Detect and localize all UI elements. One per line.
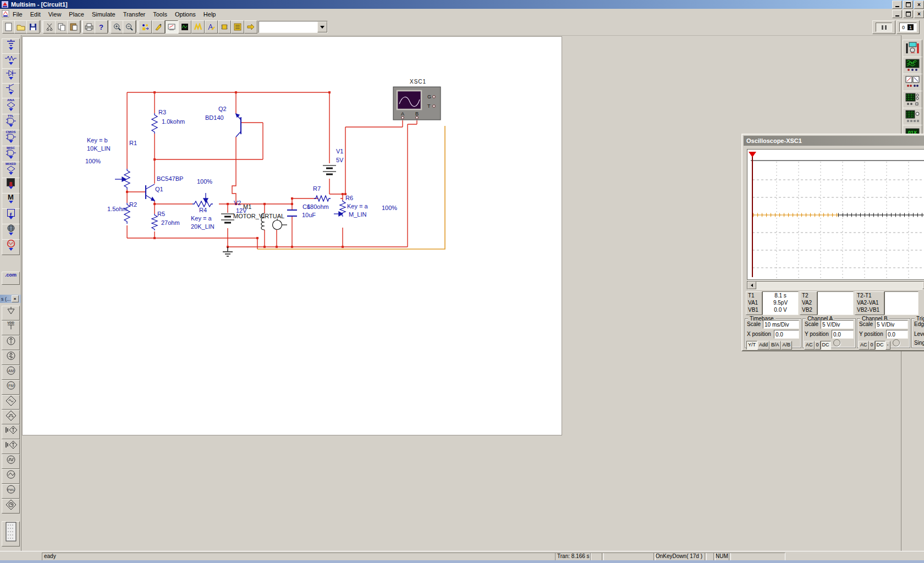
- analysis-button[interactable]: [191, 20, 205, 34]
- pause-button[interactable]: [872, 20, 895, 34]
- child-restore-button[interactable]: [903, 10, 913, 18]
- analog-group-button[interactable]: ANA: [2, 98, 20, 114]
- restore-button[interactable]: [903, 1, 913, 9]
- channel-a-0-button[interactable]: 0: [815, 341, 821, 350]
- transistor-Q2[interactable]: [236, 114, 241, 137]
- cut-button[interactable]: [43, 20, 56, 34]
- step-voltage-source-button[interactable]: [2, 410, 20, 424]
- help-button[interactable]: ?: [95, 20, 108, 34]
- channel-a-ac-button[interactable]: AC: [804, 341, 815, 350]
- transistors-group-button[interactable]: [2, 83, 20, 98]
- function-generator-instrument-button[interactable]: [903, 57, 922, 74]
- channel-a-ypos-field[interactable]: [832, 330, 854, 339]
- channel-a-dc-button[interactable]: DC: [821, 341, 831, 350]
- electromechanical-group-button[interactable]: [2, 239, 20, 255]
- channel-b-0-button[interactable]: 0: [869, 341, 875, 350]
- sources-group-button[interactable]: [2, 38, 20, 54]
- run-switch-button[interactable]: 0 1: [897, 20, 920, 34]
- edaparts-button[interactable]: .com: [2, 272, 20, 285]
- triangle-source-button[interactable]: [2, 469, 20, 484]
- channel-a-probe-knob[interactable]: [833, 339, 840, 346]
- yt-button[interactable]: Y/T: [746, 341, 757, 350]
- controlled-current-source-button[interactable]: [2, 439, 20, 454]
- timebase-xpos-field[interactable]: [774, 330, 799, 339]
- menu-options[interactable]: Options: [171, 10, 200, 19]
- channel-b-ac-button[interactable]: AC: [859, 341, 869, 350]
- potentiometer-R4[interactable]: [193, 193, 213, 207]
- menu-transfer[interactable]: Transfer: [119, 10, 150, 19]
- oscilloscope-titlebar[interactable]: Oscilloscope-XSC1: [744, 136, 924, 146]
- misc-group-button[interactable]: M: [2, 193, 20, 209]
- channel-a-scale-field[interactable]: [821, 320, 854, 329]
- mixed-group-button[interactable]: MIXED: [2, 162, 20, 178]
- zoom-out-button[interactable]: [123, 20, 136, 34]
- oscilloscope-xsc1-symbol[interactable]: XSC1 A B G T: [393, 79, 441, 120]
- scope-wire[interactable]: [257, 126, 445, 249]
- indicators-group-button[interactable]: 8: [2, 178, 20, 194]
- basic-group-button[interactable]: [2, 53, 20, 69]
- rf-group-button[interactable]: [2, 224, 20, 240]
- sources-toolbar-titlebar[interactable]: s (... ×: [0, 295, 21, 303]
- copy-button[interactable]: [55, 20, 68, 34]
- channel-b-ypos-field[interactable]: [886, 330, 908, 339]
- menu-simulate[interactable]: Simulate: [88, 10, 119, 19]
- oscilloscope-instrument-button[interactable]: [903, 91, 922, 108]
- open-button[interactable]: [14, 20, 28, 34]
- transfer-button[interactable]: [244, 20, 257, 34]
- close-button[interactable]: ×: [914, 1, 924, 9]
- ab-button[interactable]: A/B: [781, 341, 793, 350]
- reports-button[interactable]: [231, 20, 244, 34]
- postprocessor-button[interactable]: [205, 20, 218, 34]
- ac-voltage-source-button[interactable]: [2, 395, 20, 410]
- wattmeter-instrument-button[interactable]: [903, 74, 922, 91]
- transistor-Q1[interactable]: [146, 184, 155, 201]
- capacitor-C1[interactable]: [287, 210, 297, 216]
- scope-scroll-left-button[interactable]: [747, 282, 756, 289]
- clock-source-button[interactable]: [2, 499, 20, 514]
- component-bars-button[interactable]: [139, 20, 152, 34]
- battery-V2[interactable]: [221, 214, 234, 223]
- controls-group-button[interactable]: f: [2, 208, 20, 224]
- controlled-voltage-source-button[interactable]: [2, 424, 20, 439]
- instruments-toggle-button[interactable]: [165, 20, 178, 34]
- diodes-group-button[interactable]: [2, 68, 20, 84]
- simulate-button[interactable]: [178, 20, 191, 34]
- ac-current-source-button[interactable]: [2, 350, 20, 365]
- channel-b-scale-field[interactable]: [875, 320, 908, 329]
- bode-plotter-instrument-button[interactable]: [903, 108, 922, 125]
- potentiometer-R1[interactable]: [115, 169, 130, 190]
- cmos-group-button[interactable]: CMOS: [2, 130, 20, 146]
- resistor-R5[interactable]: [152, 214, 157, 230]
- fm-source-button[interactable]: FM: [2, 380, 20, 395]
- chip-button[interactable]: [218, 20, 231, 34]
- child-minimize-button[interactable]: [892, 10, 902, 18]
- timebase-scale-field[interactable]: [763, 320, 799, 329]
- channel-b-minus-button[interactable]: -: [886, 341, 890, 350]
- battery-V1[interactable]: [323, 165, 336, 174]
- sources-toolbar-close-icon[interactable]: ×: [12, 295, 19, 302]
- cursor-t1-handle[interactable]: [749, 152, 756, 157]
- potentiometer-R6[interactable]: [334, 200, 345, 217]
- in-use-list-input[interactable]: [259, 21, 318, 32]
- menu-view[interactable]: View: [45, 10, 65, 19]
- dc-current-source-button[interactable]: [2, 335, 20, 350]
- am-source-button[interactable]: AM: [2, 365, 20, 380]
- virtual-wire-button[interactable]: [152, 20, 165, 34]
- menu-help[interactable]: Help: [200, 10, 220, 19]
- in-use-list-dropdown-button[interactable]: [317, 21, 327, 32]
- pattern-source-button[interactable]: [2, 521, 20, 547]
- paste-button[interactable]: [67, 20, 80, 34]
- misc-digital-group-button[interactable]: MISC: [2, 146, 20, 162]
- ground-symbol[interactable]: [223, 247, 233, 256]
- schematic-canvas[interactable]: Key = b 10K_LIN 100% R1 R3 1.0kohm Q2 BD…: [22, 36, 562, 435]
- channel-b-dc-button[interactable]: DC: [875, 341, 886, 350]
- save-button[interactable]: [26, 20, 40, 34]
- zoom-in-button[interactable]: [111, 20, 124, 34]
- resistor-R3[interactable]: [152, 113, 157, 134]
- in-use-list[interactable]: [258, 21, 328, 33]
- menu-tools[interactable]: Tools: [149, 10, 171, 19]
- ttl-group-button[interactable]: TTL: [2, 114, 20, 130]
- pulse-current-source-button[interactable]: [2, 454, 20, 469]
- channel-b-probe-knob[interactable]: [893, 339, 900, 346]
- ground-component-button[interactable]: [2, 306, 20, 321]
